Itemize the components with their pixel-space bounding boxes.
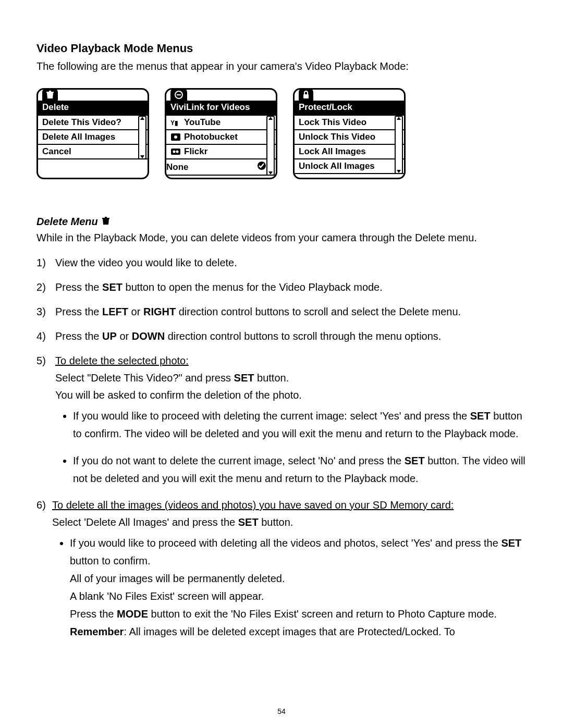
vivilink-icon (170, 88, 187, 101)
svg-point-6 (176, 151, 179, 153)
check-icon (257, 161, 266, 173)
step-line: Select 'Delete All Images' and press the… (52, 514, 527, 531)
lock-icon (299, 88, 313, 101)
bullet: If you do not want to delete the current… (73, 452, 527, 487)
bullet-line: Press the MODE button to exit the 'No Fi… (70, 605, 527, 623)
bullet-text: Press the (70, 608, 117, 620)
menu-item-label: Lock All Images (299, 146, 366, 157)
step-text: Press the (55, 281, 102, 293)
step-text: button. (254, 372, 289, 384)
step: View the video you would like to delete. (36, 254, 527, 272)
bullet-list: If you would like to proceed with deleti… (55, 407, 527, 487)
menu-item[interactable]: Photobucket (166, 130, 276, 145)
menu-item[interactable]: Unlock All Images (295, 159, 404, 174)
step-text: Press the (55, 306, 102, 317)
button-name: DOWN (132, 330, 165, 342)
menus-row: Delete Delete This Video? Delete All Ima… (36, 88, 527, 179)
step-text: or (117, 330, 132, 342)
remember-label: Remember (70, 626, 124, 637)
step-line: You will be asked to confirm the deletio… (55, 387, 527, 404)
trash-icon (102, 216, 109, 228)
step-text: Select "Delete This Video?" and press (55, 372, 234, 384)
svg-rect-8 (303, 94, 309, 98)
menu-item[interactable]: Y▮ YouTube (166, 116, 276, 130)
menu-vivilink: ViviLink for Videos Y▮ YouTube Photobuck… (165, 88, 277, 179)
manual-page: Video Playback Mode Menus The following … (0, 0, 563, 728)
step-text: Press the (55, 330, 102, 342)
youtube-icon: Y▮ (170, 118, 181, 127)
scrollbar[interactable] (266, 116, 275, 176)
step-text: direction control buttons to scroll thro… (165, 330, 441, 342)
photobucket-icon (170, 133, 181, 141)
bullet: If you would like to proceed with deleti… (70, 534, 527, 640)
menu-item[interactable]: Lock This Video (295, 116, 404, 130)
delete-menu-heading-text: Delete Menu (36, 216, 98, 228)
scrollbar[interactable] (395, 116, 403, 174)
trash-icon (42, 88, 58, 101)
step-head-underline: To delete all the images (videos and pho… (52, 499, 454, 511)
bullet-line: A blank 'No Files Exist' screen will app… (70, 587, 527, 605)
delete-menu-intro: While in the Playback Mode, you can dele… (36, 232, 527, 244)
step: To delete the selected photo: Select "De… (36, 352, 527, 487)
svg-rect-4 (171, 149, 180, 155)
step-line: Select "Delete This Video?" and press SE… (55, 369, 527, 387)
menu-item[interactable]: Delete This Video? (38, 116, 148, 130)
menu-item-label: None (166, 162, 189, 172)
step: Press the UP or DOWN direction control b… (36, 328, 527, 345)
bullet-text: button to confirm. (70, 555, 151, 566)
step-text: direction control buttons to scroll and … (176, 306, 461, 317)
menu-vivilink-title: ViviLink for Videos (166, 101, 276, 116)
svg-point-5 (173, 151, 176, 153)
menu-item-label: Unlock This Video (299, 132, 375, 142)
step: To delete all the images (videos and pho… (36, 497, 527, 640)
bullet-text: If you do not want to delete the current… (73, 455, 405, 466)
step: Press the LEFT or RIGHT direction contro… (36, 303, 527, 320)
step: Press the SET button to open the menus f… (36, 279, 527, 296)
bullet-line: Remember: All images will be deleted exc… (70, 623, 527, 640)
bullet-line: All of your images will be permanently d… (70, 570, 527, 587)
menu-item[interactable]: Flickr (166, 145, 276, 159)
button-name: UP (102, 330, 117, 342)
menu-item-label: Unlock All Images (299, 161, 375, 171)
step-text: or (128, 306, 143, 317)
button-name: SET (501, 537, 521, 549)
menu-delete: Delete Delete This Video? Delete All Ima… (36, 88, 149, 179)
menu-item[interactable]: None (166, 159, 276, 176)
step-text: button. (259, 516, 293, 528)
button-name: SET (238, 516, 259, 528)
button-name: SET (102, 281, 123, 293)
svg-point-3 (174, 135, 177, 139)
menu-item[interactable]: Delete All Images (38, 130, 148, 145)
bullet-text: If you would like to proceed with deleti… (70, 537, 501, 549)
bullet-text: button to exit the 'No Files Exist' scre… (148, 608, 497, 620)
menu-protect-title: Protect/Lock (295, 101, 404, 116)
delete-menu-heading: Delete Menu (36, 216, 527, 228)
menu-item[interactable]: Unlock This Video (295, 130, 404, 145)
section-intro: The following are the menus that appear … (36, 60, 527, 72)
button-name: MODE (117, 608, 148, 620)
scrollbar[interactable] (138, 116, 146, 159)
step-head-underline: To delete the selected photo: (55, 355, 189, 366)
menu-item-label: Lock This Video (299, 117, 366, 128)
menu-item-label: Delete This Video? (42, 117, 121, 128)
bullet-text: If you would like to proceed with deleti… (73, 410, 470, 422)
button-name: SET (234, 372, 254, 384)
menu-item-label: Flickr (184, 146, 207, 157)
flickr-icon (170, 147, 181, 156)
bullet: If you would like to proceed with deleti… (73, 407, 527, 442)
button-name: LEFT (102, 306, 128, 317)
svg-text:Y▮: Y▮ (170, 119, 178, 126)
section-title: Video Playback Mode Menus (36, 42, 527, 55)
page-number: 54 (0, 707, 563, 715)
menu-delete-title: Delete (38, 101, 148, 116)
menu-item[interactable]: Lock All Images (295, 145, 404, 159)
menu-item[interactable]: Cancel (38, 145, 148, 159)
step-text: Select 'Delete All Images' and press the (52, 516, 238, 528)
button-name: SET (405, 455, 425, 466)
menu-item-label: Photobucket (184, 132, 238, 142)
step-text: View the video you would like to delete. (55, 257, 237, 268)
step-text: button to open the menus for the Video P… (123, 281, 383, 293)
menu-item-label: YouTube (184, 117, 221, 128)
button-name: RIGHT (143, 306, 176, 317)
menu-item-label: Delete All Images (42, 132, 115, 142)
